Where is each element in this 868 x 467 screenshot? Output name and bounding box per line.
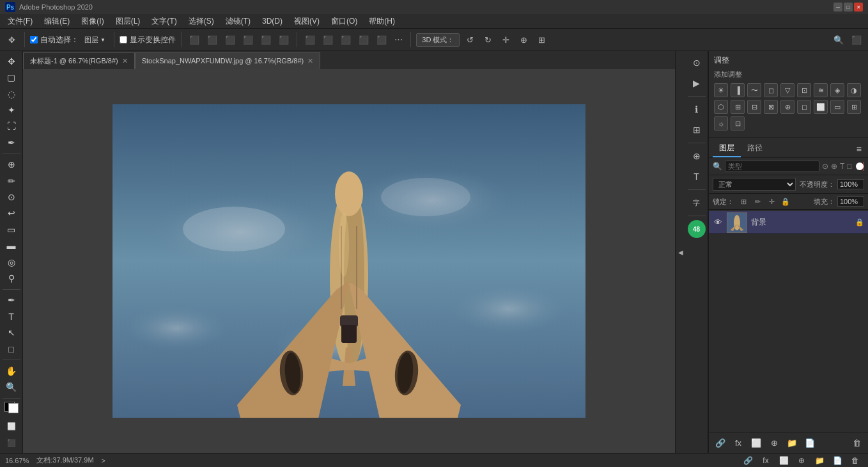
- layer-select-btn[interactable]: 图层 ▼: [81, 33, 109, 47]
- show-transform-checkbox[interactable]: 显示变换控件: [120, 35, 176, 45]
- history-brush-tool[interactable]: ↩: [3, 206, 20, 221]
- menu-3d[interactable]: 3D(D): [257, 15, 288, 27]
- filter-toggle[interactable]: [864, 162, 864, 171]
- layer-delete-btn[interactable]: 🗑: [849, 435, 864, 450]
- zoom-tool[interactable]: 🔍: [3, 380, 20, 395]
- pattern-fill-icon[interactable]: ⊞: [847, 100, 861, 114]
- minimize-button[interactable]: ─: [833, 3, 842, 12]
- layer-comp-icon[interactable]: ⊞: [688, 121, 706, 139]
- gradient-tool[interactable]: ▬: [3, 238, 20, 253]
- path-select-tool[interactable]: ↖: [3, 325, 20, 340]
- gradient-icon[interactable]: ▽: [780, 83, 794, 97]
- selective-icon[interactable]: ⬜: [814, 100, 828, 114]
- menu-select[interactable]: 选择(S): [183, 15, 219, 28]
- blur-tool[interactable]: ◎: [3, 255, 20, 269]
- align-center-v-icon[interactable]: ⬛: [258, 32, 274, 47]
- filter-shape-icon[interactable]: □: [847, 162, 851, 171]
- lock-artboard-btn[interactable]: ✛: [766, 196, 777, 207]
- color-swatch[interactable]: [4, 402, 19, 413]
- blend-mode-select[interactable]: 正常: [713, 178, 796, 191]
- vibrance-icon[interactable]: ⊡: [797, 83, 811, 97]
- bottom-group-icon[interactable]: 📁: [812, 453, 827, 468]
- menu-edit[interactable]: 编辑(E): [39, 15, 75, 28]
- magic-wand-tool[interactable]: ✦: [3, 102, 20, 117]
- eraser-tool[interactable]: ▭: [3, 222, 20, 237]
- align-center-h-icon[interactable]: ⬛: [205, 32, 220, 47]
- menu-help[interactable]: 帮助(H): [364, 15, 400, 28]
- lasso-tool[interactable]: ◌: [3, 86, 20, 101]
- status-arrow[interactable]: >: [102, 457, 105, 464]
- 3d-slide-icon[interactable]: ⊕: [516, 32, 531, 47]
- hsl-icon[interactable]: ≋: [814, 83, 828, 97]
- exposure-icon[interactable]: ◻: [764, 83, 778, 97]
- tab-stocksnap-close[interactable]: ✕: [307, 57, 313, 65]
- menu-image[interactable]: 图像(I): [76, 15, 109, 28]
- align-top-icon[interactable]: ⬛: [240, 32, 256, 47]
- 3d-rotate-icon[interactable]: ↺: [462, 32, 477, 47]
- transform-icon[interactable]: ⊕: [688, 147, 706, 165]
- hand-tool[interactable]: ✋: [3, 363, 20, 378]
- info-icon[interactable]: ℹ: [688, 100, 706, 118]
- solarize-icon[interactable]: ⊡: [731, 116, 745, 131]
- align-bottom-icon[interactable]: ⬛: [276, 32, 291, 47]
- levels-icon[interactable]: ▐: [731, 83, 745, 97]
- align-left-icon[interactable]: ⬛: [187, 32, 202, 47]
- pen-tool[interactable]: ✒: [3, 293, 20, 308]
- align-right-icon[interactable]: ⬛: [222, 32, 238, 47]
- gradient-map-icon[interactable]: ▭: [830, 100, 844, 114]
- layer-link-btn[interactable]: 🔗: [713, 435, 728, 450]
- menu-file[interactable]: 文件(F): [3, 15, 38, 28]
- posterize-icon[interactable]: ⊕: [780, 100, 794, 114]
- background-color[interactable]: [8, 403, 19, 413]
- more-options-icon[interactable]: ⬛: [374, 32, 389, 47]
- lock-position-btn[interactable]: ✏: [752, 196, 763, 207]
- filter-adj-icon[interactable]: ⊕: [831, 162, 837, 171]
- bottom-adj-icon[interactable]: ⊕: [794, 453, 809, 468]
- menu-window[interactable]: 窗口(O): [326, 15, 362, 28]
- select-rect-tool[interactable]: ▢: [3, 70, 20, 84]
- clone-tool[interactable]: ⊙: [3, 189, 20, 204]
- 3d-scale-icon[interactable]: ⊞: [534, 32, 549, 47]
- bottom-fx-icon[interactable]: fx: [758, 453, 773, 468]
- 3d-mode-btn[interactable]: 3D 模式：: [416, 33, 460, 47]
- shape-tool[interactable]: □: [3, 342, 20, 356]
- auto-select-input[interactable]: [30, 36, 38, 44]
- collapse-panel-btn[interactable]: ◀: [675, 51, 685, 453]
- toolbar-more-btn[interactable]: ···: [392, 33, 405, 47]
- layer-visibility-icon[interactable]: 👁: [713, 218, 723, 228]
- fill-input[interactable]: [837, 196, 864, 207]
- edit-in-quick-mask[interactable]: ⬜: [3, 419, 20, 434]
- adjustment-panel-icon[interactable]: ⊙: [688, 54, 706, 72]
- bottom-link-icon[interactable]: 🔗: [740, 453, 756, 468]
- move-tool-options[interactable]: ✥: [4, 32, 19, 47]
- channel-mixer-icon[interactable]: ⊞: [731, 100, 745, 114]
- brush-tool[interactable]: ✏: [3, 173, 20, 188]
- layer-mask-btn[interactable]: ⬜: [748, 435, 764, 450]
- menu-layer[interactable]: 图层(L): [111, 15, 146, 28]
- type-panel-icon[interactable]: T: [688, 168, 706, 186]
- curves-icon[interactable]: 〜: [747, 83, 761, 97]
- menu-text[interactable]: 文字(T): [146, 15, 182, 28]
- close-button[interactable]: ✕: [854, 3, 863, 12]
- dodge-tool[interactable]: ⚲: [3, 271, 20, 285]
- layer-group-btn[interactable]: 📁: [784, 435, 800, 450]
- heal-tool[interactable]: ⊕: [3, 157, 20, 171]
- bottom-delete-icon[interactable]: 🗑: [848, 453, 863, 468]
- change-screen-mode[interactable]: ⬛: [3, 436, 20, 450]
- tab-stocksnap[interactable]: StockSnap_NWAPXFUMDW.jpg @ 16.7%(RGB/8#)…: [135, 52, 320, 69]
- move-tool[interactable]: ✥: [3, 54, 20, 68]
- filter-type-icon[interactable]: ⊙: [822, 162, 828, 171]
- crop-tool[interactable]: ⛶: [3, 119, 20, 134]
- layer-adj-btn[interactable]: ⊕: [766, 435, 782, 450]
- tab-layers[interactable]: 图层: [713, 140, 741, 157]
- maximize-button[interactable]: □: [844, 3, 853, 12]
- 3d-roll-icon[interactable]: ↻: [480, 32, 495, 47]
- tab-paths[interactable]: 路径: [741, 140, 769, 157]
- distribute-h-icon[interactable]: ⬛: [302, 32, 318, 47]
- lock-pixels-btn[interactable]: ⊞: [738, 196, 749, 207]
- photo-filter-icon[interactable]: ⬡: [714, 100, 728, 114]
- opacity-input[interactable]: [837, 179, 864, 189]
- layers-menu-btn[interactable]: ≡: [854, 140, 864, 157]
- bottom-mask-icon[interactable]: ⬜: [776, 453, 791, 468]
- invert-icon[interactable]: ⊠: [764, 100, 778, 114]
